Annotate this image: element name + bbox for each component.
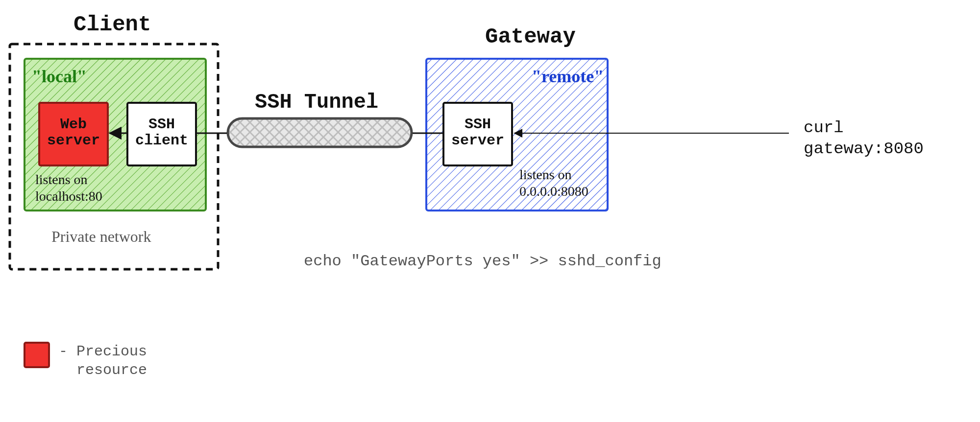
local-tag: "local" bbox=[32, 66, 87, 87]
client-title: Client bbox=[74, 12, 151, 37]
ssh-server-label: SSH server bbox=[443, 117, 512, 149]
listens-local-note: listens on localhost:80 bbox=[35, 171, 102, 204]
web-server-label: Web server bbox=[39, 117, 108, 149]
private-network-note: Private network bbox=[51, 228, 151, 246]
gateway-title: Gateway bbox=[485, 24, 576, 49]
listens-remote-note: listens on 0.0.0.0:8080 bbox=[519, 166, 588, 199]
legend-precious-text: - Precious resource bbox=[59, 343, 147, 379]
remote-tag: "remote" bbox=[532, 66, 604, 87]
legend-swatch-precious bbox=[24, 343, 49, 367]
sshd-config-command: echo "GatewayPorts yes" >> sshd_config bbox=[304, 252, 662, 270]
tunnel-title: SSH Tunnel bbox=[255, 91, 378, 114]
curl-command: curl gateway:8080 bbox=[804, 117, 924, 159]
ssh-tunnel-pipe bbox=[228, 118, 412, 147]
ssh-client-label: SSH client bbox=[127, 117, 196, 149]
